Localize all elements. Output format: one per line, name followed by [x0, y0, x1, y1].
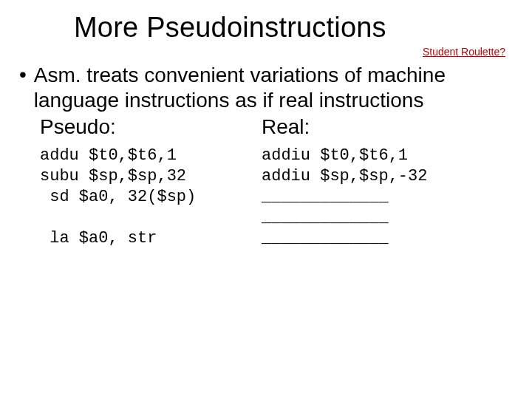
page-title: More Pseudoinstructions [74, 12, 510, 44]
column-labels: Pseudo: Real: [22, 115, 510, 140]
code-pseudo: addu $t0,$t6,1 subu $sp,$sp,32 sd $a0, 3… [40, 146, 262, 249]
label-pseudo: Pseudo: [40, 115, 262, 140]
slide: More Pseudoinstructions Student Roulette… [0, 0, 532, 399]
code-real: addiu $t0,$t6,1 addiu $sp,$sp,-32 ______… [262, 146, 427, 249]
bullet-text: Asm. treats convenient variations of mac… [34, 63, 510, 113]
label-real: Real: [262, 115, 310, 140]
code-area: addu $t0,$t6,1 subu $sp,$sp,32 sd $a0, 3… [22, 146, 510, 249]
bullet-item: • Asm. treats convenient variations of m… [22, 63, 510, 113]
bullet-dot-icon: • [19, 63, 27, 86]
student-roulette-link[interactable]: Student Roulette? [423, 46, 505, 58]
body: • Asm. treats convenient variations of m… [22, 63, 510, 249]
link-row: Student Roulette? [22, 45, 510, 58]
